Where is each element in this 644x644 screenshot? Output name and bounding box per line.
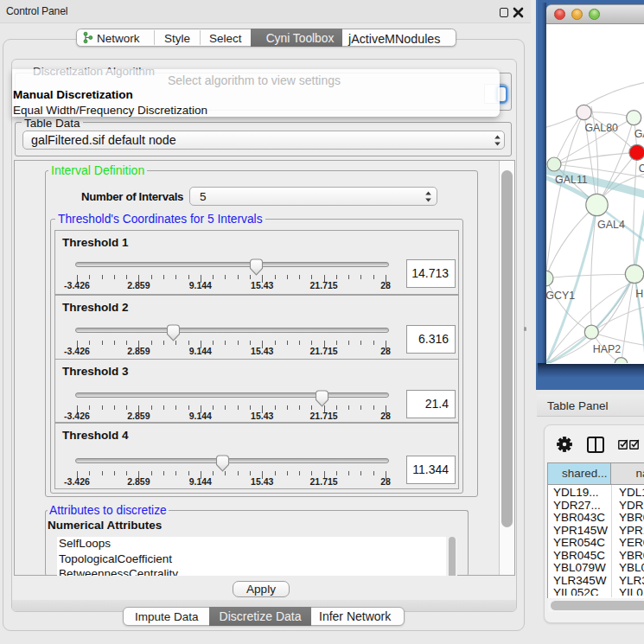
svg-text:GA: GA <box>634 128 644 140</box>
svg-text:H: H <box>635 288 643 300</box>
svg-text:CY: CY <box>639 163 644 175</box>
svg-text:GCY1: GCY1 <box>546 290 575 302</box>
svg-text:HAP2: HAP2 <box>593 343 621 355</box>
svg-text:GAL4: GAL4 <box>597 219 625 231</box>
svg-text:GAL11: GAL11 <box>555 174 588 186</box>
svg-text:GAL80: GAL80 <box>584 122 618 134</box>
